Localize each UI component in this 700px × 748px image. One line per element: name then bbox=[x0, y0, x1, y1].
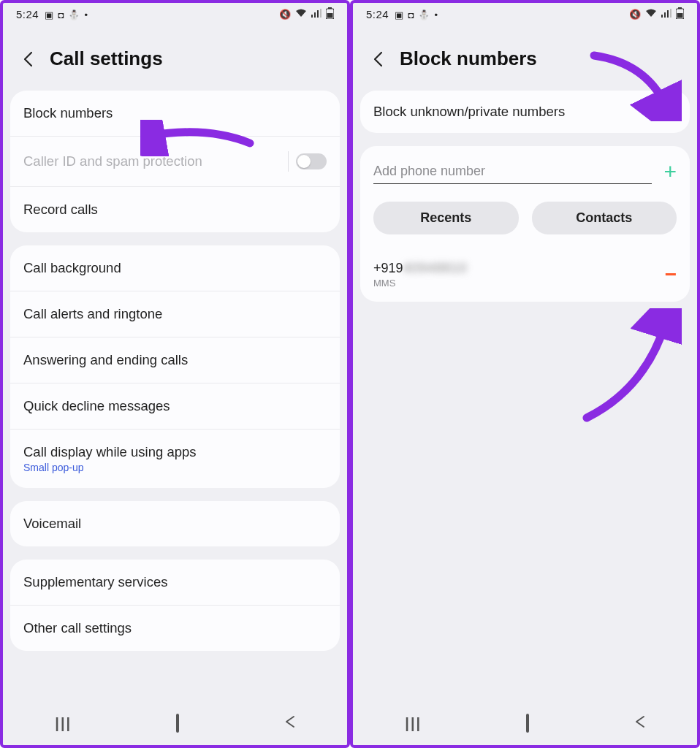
svg-rect-7 bbox=[661, 15, 663, 18]
contacts-button[interactable]: Contacts bbox=[532, 202, 677, 234]
phone-right: 5:24 ▣ ◘ ⛄ • 🔇 Block numbers bbox=[350, 0, 700, 748]
svg-rect-8 bbox=[664, 12, 666, 18]
svg-rect-3 bbox=[320, 9, 322, 18]
row-label: Other call settings bbox=[23, 620, 132, 636]
row-record-calls[interactable]: Record calls bbox=[10, 186, 340, 232]
row-label: Block numbers bbox=[23, 105, 113, 121]
svg-rect-2 bbox=[317, 10, 319, 18]
nav-home-icon[interactable] bbox=[176, 715, 179, 732]
row-caller-id-spam[interactable]: Caller ID and spam protection bbox=[10, 136, 340, 186]
row-block-unknown[interactable]: Block unknown/private numbers bbox=[360, 91, 690, 133]
remove-icon[interactable]: − bbox=[665, 264, 677, 285]
status-time: 5:24 bbox=[16, 8, 39, 20]
svg-rect-0 bbox=[311, 15, 313, 18]
row-call-alerts[interactable]: Call alerts and ringtone bbox=[10, 291, 340, 337]
row-block-numbers[interactable]: Block numbers bbox=[10, 91, 340, 136]
dot-icon: • bbox=[435, 9, 438, 20]
annotation-arrow-remove bbox=[572, 308, 682, 425]
settings-group-4: Supplementary services Other call settin… bbox=[10, 560, 340, 651]
page-title: Call settings bbox=[50, 47, 163, 70]
blocked-number: +91940948810 bbox=[373, 261, 468, 276]
image-icon: ▣ bbox=[395, 9, 403, 20]
toggle-block-unknown[interactable] bbox=[646, 104, 677, 120]
recents-button[interactable]: Recents bbox=[373, 202, 519, 234]
svg-rect-13 bbox=[677, 13, 683, 18]
wifi-icon bbox=[295, 9, 307, 20]
svg-rect-10 bbox=[670, 9, 672, 18]
page-title: Block numbers bbox=[400, 47, 537, 70]
row-label: Call alerts and ringtone bbox=[23, 306, 162, 322]
nav-recents-icon[interactable]: ||| bbox=[405, 715, 422, 732]
row-label: Record calls bbox=[23, 202, 98, 218]
row-answer-end[interactable]: Answering and ending calls bbox=[10, 337, 340, 383]
row-supp-services[interactable]: Supplementary services bbox=[10, 560, 340, 605]
nav-home-icon[interactable] bbox=[526, 715, 529, 732]
settings-group-1: Block numbers Caller ID and spam protect… bbox=[10, 91, 340, 232]
back-button[interactable] bbox=[369, 51, 387, 67]
source-buttons: Recents Contacts bbox=[360, 202, 690, 251]
vibrate-icon: 🔇 bbox=[279, 9, 291, 20]
svg-rect-6 bbox=[327, 13, 333, 18]
row-label: Supplementary services bbox=[23, 574, 167, 590]
header: Block numbers bbox=[353, 23, 697, 91]
snowman-icon: ⛄ bbox=[68, 9, 80, 20]
row-label: Voicemail bbox=[23, 516, 81, 532]
status-left-icons: ▣ ◘ ⛄ • bbox=[43, 8, 88, 20]
row-label: Answering and ending calls bbox=[23, 352, 188, 368]
row-label: Block unknown/private numbers bbox=[373, 104, 565, 120]
battery-icon bbox=[326, 7, 334, 21]
nav-bar: ||| bbox=[353, 705, 697, 745]
row-sublabel: Small pop-up bbox=[23, 462, 197, 473]
status-left-icons: ▣ ◘ ⛄ • bbox=[393, 8, 438, 20]
battery-icon bbox=[676, 7, 684, 21]
row-label: Call display while using apps bbox=[23, 444, 197, 460]
blocked-type: MMS bbox=[373, 278, 468, 289]
nav-recents-icon[interactable]: ||| bbox=[55, 715, 72, 732]
divider bbox=[288, 151, 289, 172]
row-voicemail[interactable]: Voicemail bbox=[10, 501, 340, 546]
stop-icon: ◘ bbox=[408, 9, 414, 20]
settings-group-2: Call background Call alerts and ringtone… bbox=[10, 245, 340, 488]
nav-back-icon[interactable] bbox=[634, 715, 645, 732]
header: Call settings bbox=[3, 23, 347, 91]
row-label: Caller ID and spam protection bbox=[23, 153, 202, 169]
nav-bar: ||| bbox=[3, 705, 347, 745]
toggle-caller-id[interactable] bbox=[296, 153, 327, 169]
status-bar: 5:24 ▣ ◘ ⛄ • 🔇 bbox=[353, 3, 697, 23]
snowman-icon: ⛄ bbox=[418, 9, 430, 20]
status-right-icons: 🔇 bbox=[278, 7, 334, 21]
row-call-display[interactable]: Call display while using apps Small pop-… bbox=[10, 429, 340, 488]
row-call-background[interactable]: Call background bbox=[10, 245, 340, 291]
svg-rect-9 bbox=[667, 10, 669, 18]
row-quick-decline[interactable]: Quick decline messages bbox=[10, 383, 340, 429]
signal-icon bbox=[661, 9, 672, 20]
svg-rect-1 bbox=[314, 12, 316, 18]
settings-group-3: Voicemail bbox=[10, 501, 340, 546]
row-other-settings[interactable]: Other call settings bbox=[10, 605, 340, 651]
back-button[interactable] bbox=[19, 51, 37, 67]
block-list-card: + Recents Contacts +91940948810 MMS − bbox=[360, 146, 690, 302]
status-right-icons: 🔇 bbox=[628, 7, 684, 21]
block-unknown-card: Block unknown/private numbers bbox=[360, 91, 690, 133]
image-icon: ▣ bbox=[45, 9, 53, 20]
blocked-entry: +91940948810 MMS − bbox=[360, 251, 690, 302]
nav-back-icon[interactable] bbox=[284, 715, 295, 732]
dot-icon: • bbox=[85, 9, 88, 20]
stop-icon: ◘ bbox=[58, 9, 64, 20]
add-number-row: + bbox=[360, 146, 690, 202]
add-icon[interactable]: + bbox=[663, 161, 677, 183]
add-phone-input[interactable] bbox=[373, 159, 652, 184]
row-label: Call background bbox=[23, 260, 121, 276]
status-time: 5:24 bbox=[366, 8, 389, 20]
phone-left: 5:24 ▣ ◘ ⛄ • 🔇 Call settings bbox=[0, 0, 350, 748]
wifi-icon bbox=[645, 9, 657, 20]
status-bar: 5:24 ▣ ◘ ⛄ • 🔇 bbox=[3, 3, 347, 23]
row-label: Quick decline messages bbox=[23, 398, 170, 414]
signal-icon bbox=[311, 9, 322, 20]
vibrate-icon: 🔇 bbox=[629, 9, 641, 20]
